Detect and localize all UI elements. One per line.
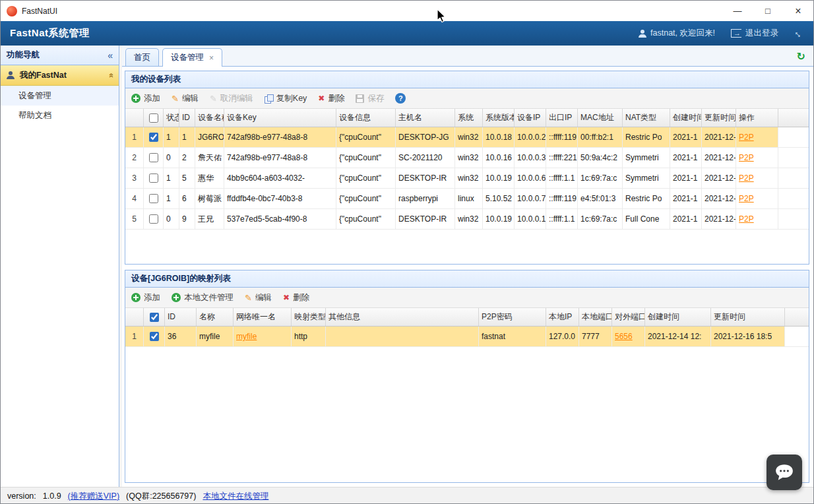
grid-cell: 1c:69:7a:c xyxy=(578,209,623,229)
grid-cell: P2P xyxy=(736,168,778,188)
row-checkbox[interactable] xyxy=(149,194,158,203)
row-checkbox[interactable] xyxy=(149,153,158,162)
window-controls: — □ × xyxy=(722,1,813,21)
delete-icon: ✖ xyxy=(318,94,325,103)
grid-cell: 1 xyxy=(164,189,179,208)
grid-cell: ::ffff:221 xyxy=(546,148,578,168)
logout-button[interactable]: → 退出登录 xyxy=(731,28,778,39)
row-number-cell: 1 xyxy=(125,327,144,346)
row-number-cell: 3 xyxy=(125,168,144,188)
column-header[interactable]: 名称 xyxy=(197,308,234,326)
user-greeting[interactable]: fastnat, 欢迎回来! xyxy=(639,28,715,39)
expand-icon[interactable]: ↔ xyxy=(792,26,807,41)
p2p-link[interactable]: P2P xyxy=(739,194,754,203)
column-header[interactable]: 本地IP xyxy=(546,308,579,326)
column-header[interactable]: 系统版本 xyxy=(483,109,515,127)
grid-cell: http xyxy=(292,327,326,346)
device-table-row[interactable]: 315惠华4bb9c604-a603-4032-{"cpuCount"DESKT… xyxy=(125,168,809,189)
row-checkbox[interactable] xyxy=(150,332,159,341)
grid-cell: Full Cone xyxy=(623,209,670,229)
column-header[interactable]: P2P密码 xyxy=(479,308,546,326)
refresh-icon[interactable]: ↻ xyxy=(797,50,808,65)
device-table-row[interactable]: 202詹天佑742af98b-e977-48a8-8{"cpuCount"SC-… xyxy=(125,148,809,168)
window-titlebar: FastNatUI — □ × xyxy=(1,1,813,21)
column-header[interactable]: 对外端口 xyxy=(612,308,645,326)
column-header[interactable]: 主机名 xyxy=(396,109,455,127)
column-header[interactable]: ID xyxy=(165,308,197,326)
select-all-checkbox[interactable] xyxy=(150,313,159,322)
grid-cell: {"cpuCount" xyxy=(336,189,396,208)
p2p-link[interactable]: P2P xyxy=(739,214,754,224)
column-header[interactable]: 更新时间 xyxy=(702,109,736,127)
maximize-button[interactable]: □ xyxy=(753,1,783,21)
close-button[interactable]: × xyxy=(783,1,813,21)
local-file-manage-button[interactable]: 本地文件管理 xyxy=(172,292,234,303)
device-table-row[interactable]: 111JG6RO742af98b-e977-48a8-8{"cpuCount"D… xyxy=(125,127,809,148)
column-header[interactable]: 状态 xyxy=(164,109,179,127)
chat-widget-button[interactable] xyxy=(767,455,802,490)
column-header[interactable]: 设备信息 xyxy=(336,109,396,127)
row-checkbox[interactable] xyxy=(149,173,158,183)
column-header[interactable]: 创建时间 xyxy=(645,308,711,326)
row-checkbox[interactable] xyxy=(149,214,158,224)
add-mapping-button[interactable]: 添加 xyxy=(131,292,160,303)
row-checkbox[interactable] xyxy=(149,133,158,142)
edit-device-button[interactable]: ✎ 编辑 xyxy=(172,93,199,104)
grid-cell: win32 xyxy=(455,127,483,147)
tab-close-icon[interactable]: × xyxy=(209,53,214,63)
column-header[interactable]: 更新时间 xyxy=(711,308,785,326)
copy-icon xyxy=(265,94,273,103)
p2p-link[interactable]: P2P xyxy=(739,173,754,183)
column-header[interactable]: 设备IP xyxy=(515,109,546,127)
p2p-link[interactable]: P2P xyxy=(739,153,754,162)
row-number-header xyxy=(125,308,144,326)
collapse-sidebar-icon[interactable]: « xyxy=(108,50,113,61)
copy-key-button[interactable]: 复制Key xyxy=(265,93,307,104)
grid-cell: 10.0.18 xyxy=(483,127,515,147)
select-all-checkbox[interactable] xyxy=(149,113,158,123)
device-toolbar: 添加 ✎ 编辑 ✎ 取消编辑 复制Key ✖ xyxy=(125,88,809,109)
help-icon[interactable]: ? xyxy=(395,93,406,104)
local-file-online-link[interactable]: 本地文件在线管理 xyxy=(203,491,268,502)
grid-cell: 1 xyxy=(164,127,179,147)
column-header[interactable]: 操作 xyxy=(736,109,778,127)
sidebar-item-device-management[interactable]: 设备管理 xyxy=(1,86,119,106)
delete-device-button[interactable]: ✖ 删除 xyxy=(318,93,344,104)
column-header[interactable]: 映射类型 xyxy=(292,308,326,326)
sidebar-item-label: 设备管理 xyxy=(18,91,51,100)
column-header[interactable]: 设备Key xyxy=(224,109,336,127)
column-header[interactable]: 设备名称 xyxy=(195,109,224,127)
grid-cell: fastnat xyxy=(479,327,546,346)
mapping-table-row[interactable]: 136myfilemyfilehttpfastnat127.0.07777565… xyxy=(125,327,809,347)
local-file-icon xyxy=(172,293,181,302)
column-header[interactable]: 网络唯一名 xyxy=(234,308,292,326)
column-header[interactable]: ID xyxy=(179,109,195,127)
grid-cell: 2021-12- xyxy=(702,148,736,168)
delete-mapping-button[interactable]: ✖ 删除 xyxy=(283,292,309,303)
grid-cell: 7777 xyxy=(579,327,612,346)
device-table-row[interactable]: 509王兄537e7ed5-5cab-4f90-8{"cpuCount"DESK… xyxy=(125,209,809,230)
minimize-button[interactable]: — xyxy=(722,1,753,21)
tab-home[interactable]: 首页 xyxy=(125,48,159,66)
column-header[interactable]: 出口IP xyxy=(546,109,578,127)
p2p-link[interactable]: P2P xyxy=(739,133,754,142)
accordion-header-my-fastnat[interactable]: 我的FastNat » xyxy=(1,65,119,86)
column-header[interactable]: NAT类型 xyxy=(623,109,670,127)
external-port-link[interactable]: 5656 xyxy=(615,332,633,341)
column-header[interactable]: 其他信息 xyxy=(326,308,479,326)
column-header[interactable]: 创建时间 xyxy=(670,109,702,127)
sidebar-item-help-docs[interactable]: 帮助文档 xyxy=(1,106,119,125)
edit-mapping-button[interactable]: ✎ 编辑 xyxy=(245,292,272,303)
column-header[interactable]: 本地端口 xyxy=(579,308,612,326)
vip-link[interactable]: (推荐赠送VIP) xyxy=(68,491,119,502)
add-device-button[interactable]: 添加 xyxy=(131,93,160,104)
version-value: 1.0.9 xyxy=(43,491,61,501)
grid-cell: 1 xyxy=(164,168,179,188)
column-header[interactable]: 系统 xyxy=(455,109,483,127)
network-name-link[interactable]: myfile xyxy=(236,332,257,341)
grid-cell: 2021-12- xyxy=(702,127,736,147)
tab-device-management[interactable]: 设备管理 × xyxy=(162,48,222,67)
device-table-row[interactable]: 416树莓派ffddfb4e-0bc7-40b3-8{"cpuCount"ras… xyxy=(125,189,809,209)
grid-cell: 10.0.0.3 xyxy=(515,148,546,168)
column-header[interactable]: MAC地址 xyxy=(578,109,623,127)
